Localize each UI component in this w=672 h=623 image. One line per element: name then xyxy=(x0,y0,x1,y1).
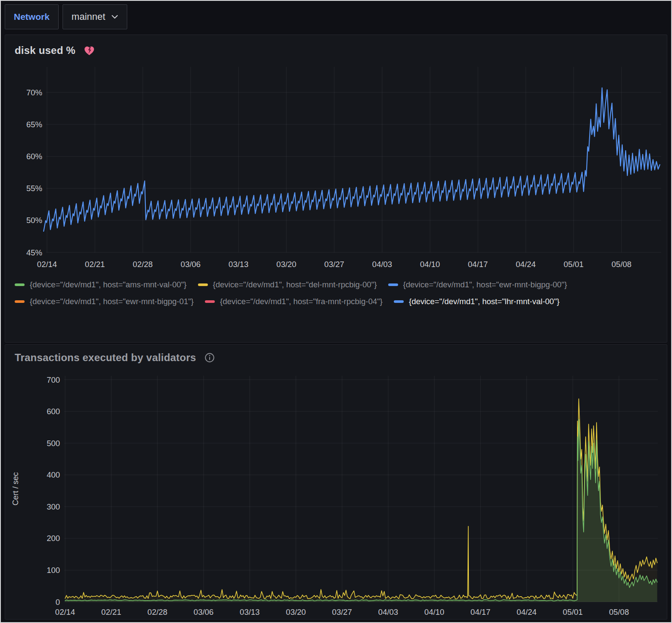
legend-label: {device="/dev/md1", host="ams-mnt-val-00… xyxy=(30,280,187,289)
x-tick-label: 02/21 xyxy=(85,260,105,269)
x-tick-label: 05/08 xyxy=(609,607,629,617)
x-tick-label: 04/24 xyxy=(516,260,536,269)
series-line xyxy=(65,399,657,599)
legend-item[interactable]: {device="/dev/md1", host="ewr-mnt-bigpg-… xyxy=(15,297,194,306)
y-axis-label: Cert / sec xyxy=(11,472,20,505)
y-tick-label: 45% xyxy=(26,248,42,257)
x-tick-label: 03/27 xyxy=(332,607,352,617)
x-tick-label: 04/03 xyxy=(372,260,392,269)
y-tick-label: 700 xyxy=(47,375,60,384)
x-tick-label: 02/14 xyxy=(55,607,75,617)
y-tick-label: 55% xyxy=(26,184,42,193)
legend-item[interactable]: {device="/dev/md1", host="ewr-mnt-bigpg-… xyxy=(388,280,567,289)
x-tick-label: 02/28 xyxy=(133,260,153,269)
y-tick-label: 400 xyxy=(47,470,60,479)
y-tick-label: 60% xyxy=(26,152,42,161)
y-tick-label: 70% xyxy=(26,88,42,97)
legend-label: {device="/dev/md1", host="lhr-mnt-val-00… xyxy=(409,297,559,306)
x-tick-label: 05/01 xyxy=(564,260,584,269)
grafana-dashboard: Network mainnet disk used % 45%50%55%60%… xyxy=(0,0,672,623)
broken-heart-icon xyxy=(83,44,95,57)
x-tick-label: 03/13 xyxy=(240,607,260,617)
y-tick-label: 500 xyxy=(47,439,60,448)
x-tick-label: 04/24 xyxy=(517,607,537,617)
y-tick-label: 600 xyxy=(47,407,60,416)
chevron-down-icon xyxy=(111,15,118,19)
transactions-panel-header[interactable]: Transactions executed by validators xyxy=(5,345,667,365)
x-tick-label: 03/27 xyxy=(324,260,344,269)
x-tick-label: 04/03 xyxy=(378,607,398,617)
x-tick-label: 04/17 xyxy=(468,260,488,269)
legend-item[interactable]: {device="/dev/md1", host="fra-mnt-rpcbig… xyxy=(205,297,383,306)
x-tick-label: 05/01 xyxy=(563,607,583,617)
series-fill xyxy=(65,419,657,602)
info-icon[interactable] xyxy=(204,352,215,363)
y-tick-label: 100 xyxy=(47,566,60,575)
legend-item[interactable]: {device="/dev/md1", host="lhr-mnt-val-00… xyxy=(394,297,559,306)
x-tick-label: 04/10 xyxy=(424,607,444,617)
network-variable-value: mainnet xyxy=(72,11,105,22)
x-tick-label: 03/20 xyxy=(276,260,296,269)
x-tick-label: 03/06 xyxy=(181,260,201,269)
y-tick-label: 200 xyxy=(47,534,60,543)
x-tick-label: 04/10 xyxy=(420,260,440,269)
disk-used-panel-header[interactable]: disk used % xyxy=(5,35,667,59)
x-tick-label: 03/20 xyxy=(286,607,306,617)
network-variable-dropdown[interactable]: mainnet xyxy=(63,4,127,29)
disk-usage-chart[interactable]: 45%50%55%60%65%70%02/1402/2102/2803/0603… xyxy=(5,59,667,275)
legend-swatch xyxy=(198,283,208,286)
toolbar: Network mainnet xyxy=(5,4,667,29)
panel-title: disk used % xyxy=(15,44,75,57)
legend-label: {device="/dev/md1", host="ewr-mnt-bigpg-… xyxy=(403,280,567,289)
series-line xyxy=(44,88,660,231)
disk-usage-legend: {device="/dev/md1", host="ams-mnt-val-00… xyxy=(5,275,667,314)
panel-title: Transactions executed by validators xyxy=(15,352,196,364)
y-tick-label: 65% xyxy=(26,120,42,129)
y-tick-label: 50% xyxy=(26,216,42,225)
series-fill xyxy=(65,399,657,602)
x-tick-label: 02/21 xyxy=(101,607,121,617)
legend-label: {device="/dev/md1", host="del-mnt-rpcbig… xyxy=(213,280,377,289)
x-tick-label: 03/06 xyxy=(194,607,214,617)
legend-item[interactable]: {device="/dev/md1", host="ams-mnt-val-00… xyxy=(15,280,187,289)
x-tick-label: 04/17 xyxy=(471,607,490,617)
x-tick-label: 05/08 xyxy=(612,260,631,269)
y-tick-label: 300 xyxy=(47,502,60,511)
legend-swatch xyxy=(15,283,25,286)
legend-swatch xyxy=(205,300,215,303)
legend-swatch xyxy=(15,300,25,303)
legend-swatch xyxy=(388,283,398,286)
transactions-panel: Transactions executed by validators 0100… xyxy=(5,344,667,620)
network-variable-label-box: Network xyxy=(5,4,59,29)
legend-swatch xyxy=(394,300,404,303)
legend-label: {device="/dev/md1", host="fra-mnt-rpcbig… xyxy=(220,297,383,306)
legend-item[interactable]: {device="/dev/md1", host="del-mnt-rpcbig… xyxy=(198,280,377,289)
network-variable-label: Network xyxy=(14,12,50,22)
x-tick-label: 02/28 xyxy=(148,607,167,617)
disk-used-panel: disk used % 45%50%55%60%65%70%02/1402/21… xyxy=(5,35,667,343)
x-tick-label: 02/14 xyxy=(37,260,57,269)
y-tick-label: 0 xyxy=(56,598,60,607)
series-line xyxy=(65,419,657,601)
legend-label: {device="/dev/md1", host="ewr-mnt-bigpg-… xyxy=(30,297,194,306)
x-tick-label: 03/13 xyxy=(229,260,248,269)
transactions-chart[interactable]: 010020030040050060070002/1402/2102/2803/… xyxy=(5,365,667,619)
